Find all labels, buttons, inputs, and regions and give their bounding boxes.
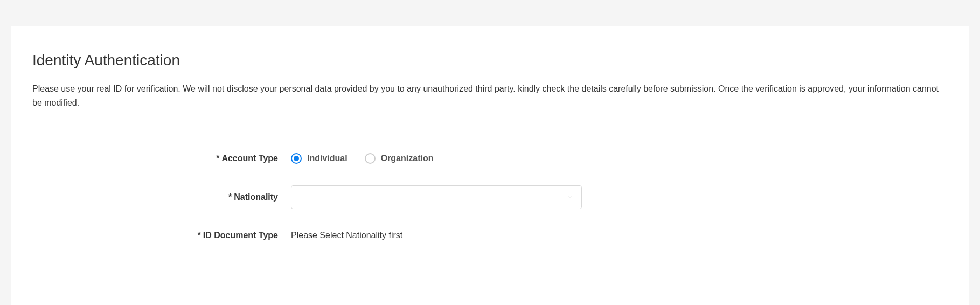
id-document-type-label: *ID Document Type <box>32 231 291 240</box>
radio-individual-label: Individual <box>307 154 347 163</box>
nationality-row: *Nationality <box>32 185 948 209</box>
radio-circle-icon <box>365 153 376 164</box>
radio-circle-icon <box>291 153 302 164</box>
required-asterisk: * <box>197 231 200 240</box>
nationality-select[interactable] <box>291 185 582 209</box>
id-document-type-label-text: ID Document Type <box>203 231 278 240</box>
required-asterisk: * <box>216 154 219 163</box>
page-wrapper: Identity Authentication Please use your … <box>0 0 980 305</box>
chevron-down-icon <box>566 193 574 201</box>
account-type-row: *Account Type Individual Organization <box>32 153 948 164</box>
account-type-label-text: Account Type <box>221 154 278 163</box>
id-document-type-placeholder: Please Select Nationality first <box>291 231 402 240</box>
nationality-label-text: Nationality <box>234 192 278 202</box>
page-description: Please use your real ID for verification… <box>32 82 948 109</box>
nationality-controls <box>291 185 948 209</box>
nationality-label: *Nationality <box>32 192 291 202</box>
radio-organization[interactable]: Organization <box>365 153 434 164</box>
radio-organization-label: Organization <box>381 154 434 163</box>
account-type-controls: Individual Organization <box>291 153 948 164</box>
divider <box>32 127 948 127</box>
page-title: Identity Authentication <box>32 52 948 69</box>
id-document-type-controls: Please Select Nationality first <box>291 231 948 240</box>
identity-authentication-card: Identity Authentication Please use your … <box>11 26 969 305</box>
required-asterisk: * <box>228 192 232 202</box>
account-type-radio-group: Individual Organization <box>291 153 433 164</box>
id-document-type-row: *ID Document Type Please Select National… <box>32 231 948 240</box>
radio-individual[interactable]: Individual <box>291 153 347 164</box>
account-type-label: *Account Type <box>32 154 291 163</box>
